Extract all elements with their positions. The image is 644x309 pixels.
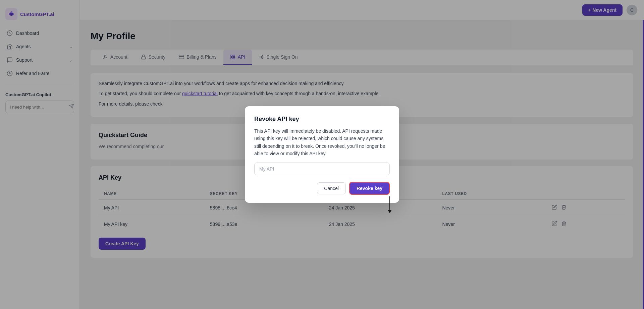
arrow-line bbox=[389, 196, 390, 210]
arrow-annotation bbox=[388, 196, 392, 213]
revoke-btn-wrapper: Revoke key bbox=[349, 182, 390, 195]
cancel-button[interactable]: Cancel bbox=[317, 182, 346, 194]
modal-title: Revoke API key bbox=[254, 116, 390, 123]
modal-api-name-input[interactable] bbox=[254, 163, 390, 175]
revoke-api-key-modal: Revoke API key This API key will immedia… bbox=[245, 106, 399, 203]
arrow-head bbox=[388, 210, 392, 213]
modal-footer: Cancel Revoke key bbox=[254, 182, 390, 195]
modal-body: This API key will immediately be disable… bbox=[254, 127, 390, 158]
revoke-key-button[interactable]: Revoke key bbox=[349, 182, 390, 195]
modal-overlay[interactable]: Revoke API key This API key will immedia… bbox=[0, 0, 644, 309]
